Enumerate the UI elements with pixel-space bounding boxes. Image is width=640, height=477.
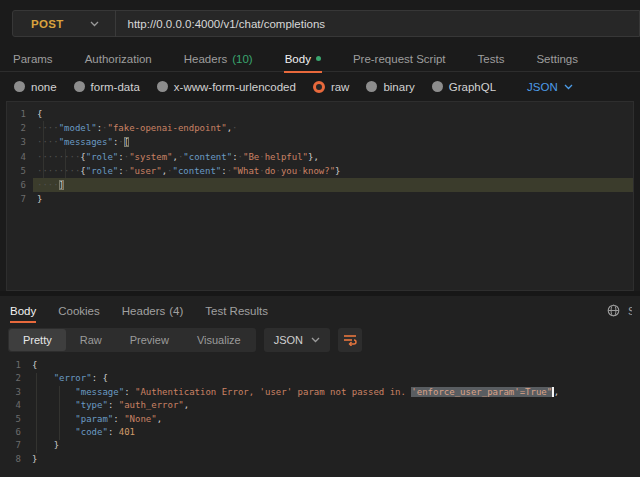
code-token: "param" (75, 414, 113, 424)
code-token: : (124, 387, 135, 397)
code-token: 'enforce_user_param'=True" (411, 387, 552, 397)
response-tabs: Body Cookies Headers (4) Test Results S (0, 296, 640, 325)
body-modified-dot (316, 56, 321, 61)
request-body-editor[interactable]: 1{2····"model":·"fake-openai-endpoint",·… (6, 101, 634, 291)
code-token: "content" (173, 166, 222, 176)
code-line: 6 "code": 401 (0, 426, 640, 439)
active-tab-underline (10, 321, 36, 323)
globe-icon[interactable] (607, 304, 620, 317)
body-type-row: none form-data x-www-form-urlencoded raw… (0, 72, 640, 101)
radio-icon (74, 81, 85, 92)
radio-raw[interactable]: raw (313, 81, 350, 93)
request-url-bar-row: POST http://0.0.0.0:4000/v1/chat/complet… (0, 0, 640, 46)
method-selector[interactable]: POST (13, 18, 64, 30)
radio-none[interactable]: none (14, 81, 57, 93)
radio-icon (366, 81, 377, 92)
line-number: 5 (0, 413, 28, 426)
tab-params[interactable]: Params (12, 46, 54, 72)
tab-tests[interactable]: Tests (477, 46, 506, 72)
code-token: "auth_error" (119, 400, 184, 410)
code-line: 4········{"role":·"system",·"content":·"… (7, 150, 633, 164)
code-token: , (184, 400, 189, 410)
view-pretty[interactable]: Pretty (9, 329, 66, 351)
code-token: "role" (86, 152, 119, 162)
line-number: 2 (0, 372, 28, 385)
code-line: 2····"model":·"fake-openai-endpoint",· (7, 121, 633, 135)
code-line: 1{ (0, 359, 640, 372)
code-token (32, 373, 54, 383)
code-token: "Be (243, 152, 259, 162)
code-token: "error" (54, 373, 92, 383)
code-token: ] (59, 180, 64, 190)
tab-pre-request-script[interactable]: Pre-request Script (352, 46, 447, 72)
code-line: 4 "type": "auth_error", (0, 399, 640, 412)
code-token: : (113, 414, 124, 424)
code-token: { (32, 360, 37, 370)
view-preview[interactable]: Preview (116, 329, 183, 351)
radio-icon (432, 81, 443, 92)
code-token: : { (92, 373, 108, 383)
code-line: 7 } (0, 439, 640, 452)
radio-selected-icon (313, 81, 325, 93)
code-token: ········ (37, 152, 80, 162)
code-line: 1{ (7, 107, 633, 121)
code-line: 2 "error": { (0, 372, 640, 385)
code-token: ···· (37, 123, 59, 133)
radio-binary[interactable]: binary (366, 81, 414, 93)
response-section: Body Cookies Headers (4) Test Results S … (0, 296, 640, 477)
chevron-down-icon[interactable] (90, 21, 99, 27)
line-number: 4 (7, 150, 33, 164)
response-tab-body[interactable]: Body (10, 296, 36, 325)
code-token: "model" (59, 123, 97, 133)
code-token: }, (308, 152, 319, 162)
url-bar: POST http://0.0.0.0:4000/v1/chat/complet… (12, 10, 640, 37)
code-token: "type" (75, 400, 108, 410)
line-number: 6 (7, 178, 33, 192)
response-tab-cookies[interactable]: Cookies (58, 296, 100, 325)
code-token: "message" (75, 387, 124, 397)
code-token: "role" (86, 166, 119, 176)
response-body-editor[interactable]: 1{2 "error": {3 "message": "Authenticati… (0, 355, 640, 466)
code-token: } (37, 194, 42, 204)
url-input[interactable]: http://0.0.0.0:4000/v1/chat/completions (116, 18, 326, 30)
line-number: 6 (0, 426, 28, 439)
code-line: 3 "message": "Authentication Error, 'use… (0, 386, 640, 399)
line-number: 8 (0, 453, 28, 466)
view-raw[interactable]: Raw (66, 329, 116, 351)
code-token: , (157, 414, 162, 424)
response-tab-headers[interactable]: Headers (4) (122, 296, 184, 325)
code-line: 5 "param": "None", (0, 413, 640, 426)
tab-headers[interactable]: Headers (10) (183, 46, 254, 72)
line-number: 7 (7, 192, 33, 206)
active-tab-underline (284, 71, 322, 73)
code-line: 3····"messages":·[ (7, 135, 633, 149)
clipped-status-text: S (628, 305, 632, 317)
tab-authorization[interactable]: Authorization (84, 46, 153, 72)
code-token: { (37, 109, 42, 119)
code-token (32, 427, 75, 437)
radio-graphql[interactable]: GraphQL (432, 81, 496, 93)
code-token: you (281, 166, 297, 176)
code-token: · (118, 137, 123, 147)
code-token: "code" (75, 427, 108, 437)
radio-x-www-form-urlencoded[interactable]: x-www-form-urlencoded (157, 81, 296, 93)
code-token (32, 414, 75, 424)
code-line: 5········{"role":·"user",·"content":·"Wh… (7, 164, 633, 178)
code-token (32, 400, 75, 410)
line-number: 5 (7, 164, 33, 178)
code-token: "user" (129, 166, 162, 176)
code-token: ········ (37, 166, 80, 176)
code-token: , (554, 387, 559, 397)
code-token: helpful" (265, 152, 308, 162)
tab-settings[interactable]: Settings (535, 46, 579, 72)
radio-form-data[interactable]: form-data (74, 81, 140, 93)
body-language-select[interactable]: JSON (527, 81, 573, 93)
response-language-select[interactable]: JSON (264, 328, 330, 352)
response-tab-test-results[interactable]: Test Results (205, 296, 268, 325)
code-token: } (32, 440, 59, 450)
format-wrap-button[interactable] (338, 328, 362, 352)
code-token (32, 387, 75, 397)
view-visualize[interactable]: Visualize (183, 329, 255, 351)
tab-body[interactable]: Body (284, 46, 322, 72)
code-token: } (335, 166, 340, 176)
